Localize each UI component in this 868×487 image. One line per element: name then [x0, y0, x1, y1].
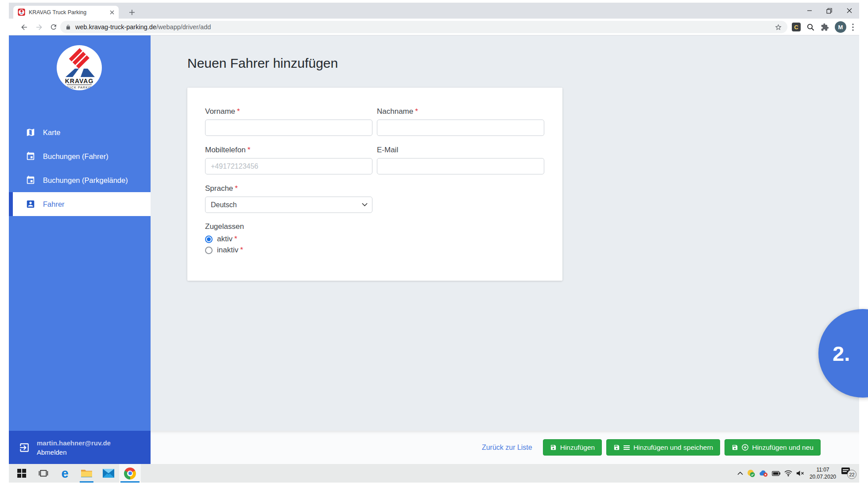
sprache-select[interactable]: Deutsch	[205, 197, 372, 213]
mobiltelefon-input[interactable]	[205, 158, 372, 174]
bookmark-star-icon[interactable]	[775, 23, 782, 31]
chrome-taskbar-button[interactable]	[119, 464, 141, 483]
notification-center[interactable]: 22	[841, 468, 856, 479]
sidebar-item-label: Buchungen (Parkgelände)	[43, 176, 128, 185]
browser-titlebar: KRAVAG Truck Parking	[9, 3, 859, 19]
calendar-icon	[26, 151, 35, 161]
email-input[interactable]	[377, 158, 544, 174]
button-label: Hinzufügen und speichern	[633, 444, 713, 452]
mail-icon	[103, 469, 114, 478]
button-label: Hinzufügen	[560, 444, 595, 452]
button-label: Hinzufügen und neu	[752, 444, 814, 452]
refresh-icon[interactable]	[49, 23, 58, 31]
sprache-label: Sprache*	[205, 184, 238, 193]
save-icon	[550, 444, 557, 451]
required-asterisk: *	[234, 235, 237, 243]
file-explorer-icon	[81, 468, 93, 478]
required-asterisk: *	[237, 107, 240, 116]
wifi-icon[interactable]	[784, 470, 792, 476]
sidebar-item-label: Karte	[43, 128, 60, 137]
account-section: martin.haehner@ruv.de Abmelden	[9, 431, 151, 464]
sidebar-item-buchungen-parkgelaende[interactable]: Buchungen (Parkgelände)	[9, 168, 151, 192]
nachname-input[interactable]	[377, 120, 544, 136]
file-explorer-button[interactable]	[76, 464, 97, 483]
sprache-selected-value: Deutsch	[211, 201, 237, 209]
chrome-icon	[124, 468, 136, 479]
window-restore-button[interactable]	[819, 3, 839, 19]
save-icon	[613, 444, 620, 451]
task-view-button[interactable]	[32, 464, 54, 483]
url-path: /webapp/driver/add	[156, 23, 211, 31]
back-icon[interactable]	[19, 23, 28, 31]
volume-muted-icon[interactable]	[796, 470, 804, 476]
driver-form-card: Vorname* Nachname* Mobiltelefon* E-Mail …	[187, 88, 562, 281]
sidebar-item-label: Buchungen (Fahrer)	[43, 152, 108, 161]
taskbar-apps: e	[11, 464, 141, 483]
required-asterisk: *	[240, 246, 243, 254]
email-label: E-Mail	[377, 146, 400, 155]
back-to-list-link[interactable]: Zurück zur Liste	[482, 444, 532, 452]
account-email: martin.haehner@ruv.de	[37, 439, 111, 447]
hinzufuegen-und-speichern-button[interactable]: Hinzufügen und speichern	[606, 439, 720, 456]
kravag-logo: KRAVAG TRUCK PARKING	[57, 45, 102, 90]
profile-avatar[interactable]: M	[835, 21, 846, 33]
hinzufuegen-und-neu-button[interactable]: Hinzufügen und neu	[725, 439, 821, 456]
url-bar[interactable]: web.kravag-truck-parking.de/webapp/drive…	[60, 21, 787, 33]
sidebar-item-fahrer[interactable]: Fahrer	[9, 192, 151, 216]
sidebar-item-karte[interactable]: Karte	[9, 120, 151, 144]
page-title: Neuen Fahrer hinzufügen	[187, 56, 338, 71]
forward-icon[interactable]	[35, 23, 43, 31]
radio-aktiv[interactable]	[205, 236, 213, 243]
vorname-input[interactable]	[205, 120, 372, 136]
nachname-label: Nachname*	[377, 107, 418, 116]
main-panel: Neuen Fahrer hinzufügen Vorname* Nachnam…	[151, 35, 859, 464]
save-icon	[732, 444, 738, 451]
edge-button[interactable]: e	[54, 464, 76, 483]
search-extension-icon[interactable]	[806, 23, 815, 31]
hinzufuegen-button[interactable]: Hinzufügen	[543, 439, 602, 456]
radio-inaktiv[interactable]	[205, 247, 213, 254]
browser-toolbar: web.kravag-truck-parking.de/webapp/drive…	[9, 19, 859, 35]
browser-menu-icon[interactable]	[852, 23, 854, 31]
system-tray: 11:07 20.07.2020 22	[737, 464, 856, 483]
sidebar-item-buchungen-fahrer[interactable]: Buchungen (Fahrer)	[9, 144, 151, 168]
browser-tab[interactable]: KRAVAG Truck Parking	[13, 6, 119, 19]
start-button[interactable]	[11, 464, 32, 483]
clock-date: 20.07.2020	[810, 473, 836, 480]
sidebar-item-label: Fahrer	[43, 200, 65, 209]
task-view-icon	[39, 469, 48, 478]
plus-circle-icon	[742, 444, 748, 451]
radio-option-inaktiv[interactable]: inaktiv*	[205, 246, 243, 255]
mobiltelefon-label: Mobiltelefon*	[205, 146, 250, 155]
windows-logo-icon	[17, 469, 26, 478]
radio-option-aktiv[interactable]: aktiv*	[205, 235, 237, 244]
footer-bar: Zurück zur Liste Hinzufügen Hinzufügen u…	[151, 431, 859, 464]
tab-title: KRAVAG Truck Parking	[29, 9, 110, 15]
tab-close-icon[interactable]	[110, 10, 114, 15]
clock-time: 11:07	[810, 466, 836, 473]
zugelassen-label: Zugelassen	[205, 222, 244, 231]
sidebar: KRAVAG TRUCK PARKING Karte Buchungen (Fa…	[9, 35, 151, 431]
mail-button[interactable]	[97, 464, 119, 483]
new-tab-button[interactable]	[128, 8, 136, 17]
screen: KRAVAG Truck Parking	[0, 0, 868, 487]
logout-link[interactable]: Abmelden	[37, 448, 111, 456]
footer-actions: Zurück zur Liste Hinzufügen Hinzufügen u…	[482, 439, 821, 456]
taskbar-clock[interactable]: 11:07 20.07.2020	[810, 466, 836, 480]
logo-text-truck-parking: TRUCK PARKING	[63, 86, 95, 89]
list-icon	[624, 445, 630, 450]
tray-chevron-icon[interactable]	[737, 472, 743, 475]
extensions-puzzle-icon[interactable]	[821, 23, 829, 31]
window-close-button[interactable]	[839, 3, 859, 19]
vorname-label: Vorname*	[205, 107, 240, 116]
antivirus-tray-icon[interactable]	[747, 469, 755, 477]
step-2-label: 2.	[833, 341, 850, 366]
battery-icon[interactable]	[772, 471, 780, 476]
logout-icon[interactable]	[19, 442, 30, 453]
window-minimize-button[interactable]	[799, 3, 819, 19]
onedrive-tray-icon[interactable]	[759, 470, 768, 477]
extension-c-icon[interactable]: C	[792, 23, 801, 31]
radio-inaktiv-label: inaktiv*	[217, 246, 243, 255]
radio-aktiv-label: aktiv*	[217, 235, 237, 244]
calendar-icon	[26, 175, 35, 185]
